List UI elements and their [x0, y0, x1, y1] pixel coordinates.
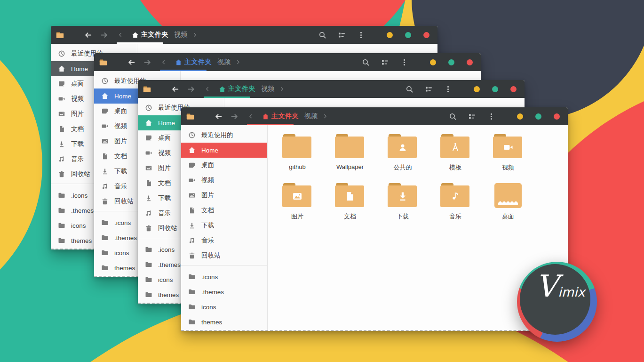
folder-item[interactable]: 桌面 — [482, 181, 534, 230]
maximize-button[interactable] — [448, 59, 454, 65]
headerbar: 主文件夹 视频 — [181, 107, 568, 125]
sidebar-folder-item[interactable]: .themes — [181, 284, 267, 299]
sidebar-item-icon — [101, 107, 109, 115]
folder-item[interactable]: github — [271, 132, 324, 181]
kebab-menu-icon[interactable] — [444, 85, 452, 93]
chevron-right-icon[interactable] — [235, 59, 241, 65]
sidebar-item-icon — [101, 168, 109, 175]
breadcrumb-root[interactable]: 主文件夹 — [141, 31, 168, 39]
folder-item[interactable]: 模板 — [429, 132, 482, 181]
sidebar-item[interactable]: Home — [181, 143, 267, 158]
search-icon[interactable] — [362, 58, 370, 66]
forward-button[interactable] — [231, 113, 239, 121]
folder-emblem-icon — [450, 191, 461, 202]
sidebar-item-icon — [145, 119, 152, 127]
list-view-icon[interactable] — [468, 113, 476, 121]
folder-label: 文档 — [344, 212, 356, 221]
folder-item[interactable]: 公共的 — [376, 132, 429, 181]
sidebar-item-icon — [58, 80, 65, 88]
kebab-menu-icon[interactable] — [400, 58, 408, 66]
chevron-left-icon[interactable] — [247, 113, 254, 120]
back-button[interactable] — [127, 58, 135, 66]
sidebar-item[interactable]: 回收站 — [181, 248, 267, 263]
kebab-menu-icon[interactable] — [357, 31, 365, 39]
folder-emblem-icon — [344, 142, 356, 153]
sidebar-item[interactable]: 下载 — [181, 218, 267, 233]
folder-label: Wallpaper — [336, 163, 364, 170]
minimize-button[interactable] — [430, 59, 436, 65]
folder-item[interactable]: Wallpaper — [324, 132, 376, 181]
chevron-right-icon[interactable] — [322, 113, 328, 120]
minimize-button[interactable] — [387, 32, 393, 38]
home-icon[interactable] — [219, 86, 226, 93]
forward-button[interactable] — [100, 31, 108, 39]
folder-label: 音乐 — [449, 212, 461, 221]
minimize-button[interactable] — [517, 113, 523, 120]
search-icon[interactable] — [405, 85, 413, 93]
chevron-right-icon[interactable] — [191, 32, 198, 38]
home-icon[interactable] — [132, 32, 139, 39]
sidebar-item[interactable]: 最近使用的 — [181, 128, 267, 143]
close-button[interactable] — [554, 113, 560, 120]
folder-icon[interactable] — [186, 112, 195, 121]
sidebar-item-icon — [101, 153, 109, 160]
maximize-button[interactable] — [405, 32, 411, 38]
sidebar-folder-item[interactable]: themes — [181, 314, 267, 330]
breadcrumb-current[interactable]: 视频 — [174, 31, 187, 39]
breadcrumb-current[interactable]: 视频 — [217, 58, 231, 66]
home-icon[interactable] — [262, 113, 269, 120]
folder-item[interactable]: 图片 — [271, 181, 324, 230]
kebab-menu-icon[interactable] — [487, 113, 495, 121]
breadcrumb-root[interactable]: 主文件夹 — [184, 58, 212, 66]
close-button[interactable] — [423, 32, 429, 38]
folder-item[interactable]: 下载 — [376, 181, 429, 230]
search-icon[interactable] — [318, 31, 326, 39]
back-button[interactable] — [84, 31, 92, 39]
folder-item[interactable]: 文档 — [324, 181, 376, 230]
list-view-icon[interactable] — [425, 85, 433, 93]
folder-icon — [493, 183, 523, 209]
sidebar-item[interactable]: 桌面 — [181, 158, 267, 173]
close-button[interactable] — [467, 59, 473, 65]
folder-icon — [58, 207, 65, 214]
list-view-icon[interactable] — [381, 58, 389, 66]
chevron-left-icon[interactable] — [117, 32, 124, 38]
folder-icon[interactable] — [56, 31, 64, 40]
breadcrumb-root[interactable]: 主文件夹 — [271, 112, 299, 121]
folder-icon — [58, 222, 65, 229]
sidebar-item-icon — [101, 122, 109, 130]
folder-icon — [388, 183, 418, 209]
folder-icon — [145, 246, 152, 253]
back-button[interactable] — [171, 85, 179, 93]
forward-button[interactable] — [143, 58, 151, 66]
forward-button[interactable] — [187, 85, 195, 93]
folder-icon[interactable] — [99, 58, 108, 67]
sidebar-separator — [181, 265, 267, 265]
sidebar-item-icon — [188, 192, 196, 199]
search-icon[interactable] — [449, 113, 457, 121]
chevron-right-icon[interactable] — [278, 86, 285, 92]
list-view-icon[interactable] — [338, 31, 346, 39]
sidebar-item[interactable]: 视频 — [181, 173, 267, 188]
breadcrumb-current[interactable]: 视频 — [304, 112, 318, 121]
back-button[interactable] — [215, 113, 223, 121]
sidebar-item-icon — [145, 179, 152, 187]
sidebar-item[interactable]: 音乐 — [181, 233, 267, 248]
sidebar-item[interactable]: 文档 — [181, 203, 267, 218]
home-icon[interactable] — [175, 59, 182, 66]
folder-item[interactable]: 音乐 — [429, 181, 482, 230]
maximize-button[interactable] — [492, 86, 498, 92]
sidebar-folder-item[interactable]: .icons — [181, 269, 267, 284]
breadcrumb-root[interactable]: 主文件夹 — [228, 85, 255, 93]
folder-item[interactable]: 视频 — [482, 132, 534, 181]
folder-emblem-icon — [292, 191, 303, 202]
breadcrumb-current[interactable]: 视频 — [261, 85, 274, 93]
sidebar-folder-item[interactable]: icons — [181, 299, 267, 314]
folder-icon[interactable] — [143, 85, 151, 94]
chevron-left-icon[interactable] — [160, 59, 167, 65]
close-button[interactable] — [510, 86, 517, 92]
chevron-left-icon[interactable] — [204, 86, 211, 92]
minimize-button[interactable] — [474, 86, 480, 92]
maximize-button[interactable] — [535, 113, 541, 120]
sidebar-item[interactable]: 图片 — [181, 188, 267, 203]
